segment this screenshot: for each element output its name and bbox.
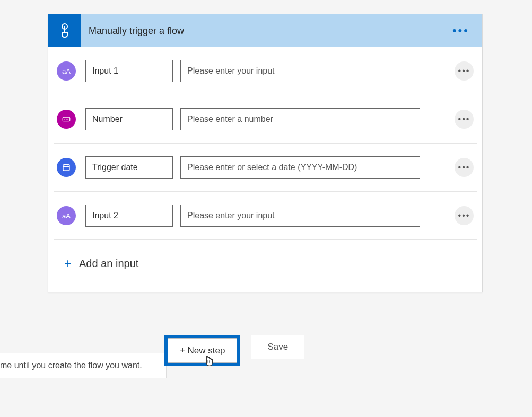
input-menu-button[interactable]: ••• <box>455 158 474 177</box>
input-menu-button[interactable]: ••• <box>455 110 474 129</box>
card-header[interactable]: Manually trigger a flow ••• <box>48 14 482 47</box>
input-name-field[interactable] <box>85 156 173 179</box>
input-row: ••• <box>54 95 477 144</box>
save-button[interactable]: Save <box>251 335 304 359</box>
number-type-icon <box>57 110 76 129</box>
new-step-button[interactable]: + New step <box>168 338 237 363</box>
input-description-field[interactable] <box>180 156 420 179</box>
input-menu-button[interactable]: ••• <box>455 206 474 225</box>
plus-icon: + <box>180 345 186 356</box>
input-description-field[interactable] <box>180 205 420 227</box>
input-row: aA ••• <box>54 192 477 240</box>
input-name-field[interactable] <box>85 108 173 130</box>
card-title: Manually trigger a flow <box>81 25 448 37</box>
new-step-label: New step <box>188 345 225 356</box>
input-description-field[interactable] <box>180 108 420 130</box>
plus-icon: + <box>64 256 72 271</box>
input-row: aA ••• <box>54 47 477 95</box>
input-description-field[interactable] <box>180 60 420 82</box>
add-input-button[interactable]: + Add an input <box>54 240 477 292</box>
input-menu-button[interactable]: ••• <box>455 61 474 81</box>
manual-trigger-icon <box>48 14 81 47</box>
hint-text: me until you create the flow you want. <box>0 361 142 370</box>
flow-action-buttons: + New step Save <box>164 335 304 366</box>
input-name-field[interactable] <box>85 205 173 227</box>
text-type-icon: aA <box>57 61 76 81</box>
hint-tooltip: me until you create the flow you want. <box>0 353 167 378</box>
card-menu-button[interactable]: ••• <box>448 24 474 38</box>
input-row: ••• <box>54 144 477 192</box>
date-type-icon <box>57 158 76 177</box>
add-input-label: Add an input <box>79 258 138 270</box>
svg-rect-7 <box>63 165 69 171</box>
input-name-field[interactable] <box>85 60 173 82</box>
inputs-section: aA ••• ••• <box>48 47 482 292</box>
trigger-card: Manually trigger a flow ••• aA ••• ••• <box>48 14 483 292</box>
text-type-icon: aA <box>57 206 76 225</box>
new-step-highlight: + New step <box>164 335 240 366</box>
